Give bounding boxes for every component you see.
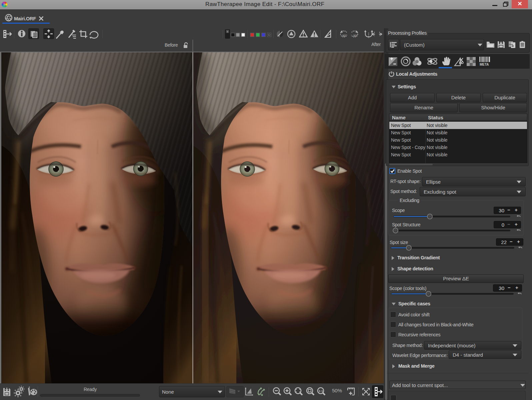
- svg-text:90°: 90°: [342, 34, 347, 37]
- svg-text:T: T: [227, 30, 228, 33]
- svg-text:1:1: 1:1: [319, 389, 323, 393]
- svg-text:META: META: [480, 63, 489, 66]
- svg-text:90°: 90°: [353, 34, 358, 37]
- svg-text:50%: 50%: [332, 388, 342, 393]
